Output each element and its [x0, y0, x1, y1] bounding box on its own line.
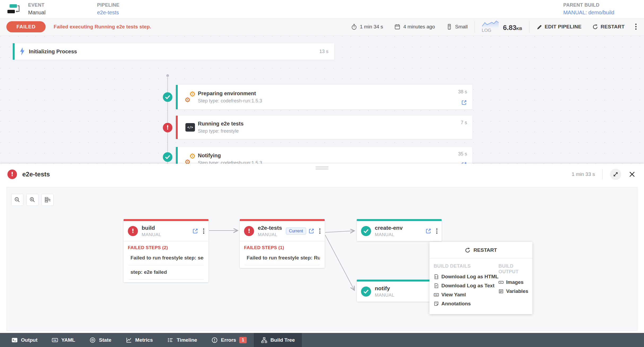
- tab-errors[interactable]: Errors 1: [204, 333, 254, 347]
- build-tree-icon: [261, 337, 267, 343]
- edit-pipeline-button[interactable]: EDIT PIPELINE: [536, 24, 582, 30]
- pipeline-info: PIPELINE e2e-tests: [97, 2, 563, 16]
- panel-status-failed-icon: !: [7, 170, 17, 179]
- failure-message: Failed executing Running e2e tests step.: [54, 24, 151, 30]
- text-file-icon: [434, 283, 439, 288]
- step-type: Step type: freestyle: [198, 128, 461, 134]
- failed-step-item[interactable]: Failed to run freestyle step: Ru…: [245, 251, 320, 265]
- started-value: 4 minutes ago: [403, 24, 435, 30]
- log-size: 6.83KB: [503, 24, 522, 31]
- node-trigger: MANUAL: [375, 293, 432, 298]
- failed-step-item[interactable]: step: e2e failed: [128, 265, 204, 280]
- step-card-running-e2e-tests[interactable]: </> Running e2e tests Step type: freesty…: [176, 116, 472, 139]
- step-card-preparing-environment[interactable]: ⚙⚙ Preparing environment Step type: code…: [176, 85, 472, 109]
- stopwatch-icon: [351, 24, 357, 30]
- tree-node-notify[interactable]: notify MANUAL: [357, 280, 442, 302]
- log-sparkline-chart: [482, 20, 499, 28]
- tree-node-build[interactable]: ! build MANUAL FAILED STEPS (2) Failed t…: [124, 219, 208, 282]
- failed-step-item[interactable]: Failed to run freestyle step: sec…: [128, 251, 204, 265]
- runtime-size-value: Small: [455, 24, 468, 30]
- step-failed-icon: !: [163, 123, 172, 132]
- tree-node-e2e-tests[interactable]: ! e2e-tests MANUAL Current FAILED STEPS …: [240, 219, 325, 268]
- yaml-icon: YML: [52, 337, 58, 343]
- expand-icon: [613, 171, 619, 177]
- node-title: create-env: [375, 225, 425, 231]
- tab-output[interactable]: Output: [4, 333, 45, 347]
- node-success-icon: [361, 287, 371, 297]
- event-info: EVENT Manual: [28, 2, 97, 16]
- lightning-icon: [19, 47, 25, 56]
- more-actions-menu-icon[interactable]: [634, 23, 638, 31]
- tab-metrics[interactable]: Metrics: [119, 333, 160, 347]
- duration-meta: 1 min 34 s: [351, 24, 383, 30]
- svg-text:YML: YML: [53, 339, 57, 341]
- images-icon: [498, 280, 504, 285]
- step-title: Notifying: [198, 153, 458, 159]
- divider: [475, 21, 475, 33]
- menu-restart-button[interactable]: RESTART: [429, 242, 532, 259]
- menu-view-yaml[interactable]: YML View Yaml: [434, 290, 498, 299]
- event-label: EVENT: [28, 2, 97, 8]
- parent-build-link[interactable]: MANUAL: demo/build: [563, 10, 614, 16]
- tree-node-create-env[interactable]: create-env MANUAL: [357, 219, 442, 241]
- status-badge: FAILED: [6, 21, 46, 32]
- step-details-panel: ! e2e-tests 1 min 33 s: [0, 164, 644, 347]
- node-menu-icon[interactable]: [435, 227, 439, 235]
- close-panel-button[interactable]: [628, 170, 637, 179]
- pipeline-logo-icon: [7, 3, 21, 15]
- node-trigger: MANUAL: [258, 232, 286, 237]
- step-duration: 7 s: [461, 120, 467, 125]
- edit-pipeline-label: EDIT PIPELINE: [545, 24, 582, 30]
- timeline-line: [167, 76, 168, 164]
- menu-download-log-html[interactable]: Download Log as HTML: [434, 272, 498, 281]
- tab-state[interactable]: State: [82, 333, 118, 347]
- log-usage[interactable]: LOG 6.83KB: [482, 20, 522, 33]
- open-build-external-icon[interactable]: [425, 228, 432, 234]
- expand-panel-button[interactable]: [610, 169, 621, 180]
- step-success-icon: [163, 92, 172, 102]
- event-value: Manual: [28, 10, 97, 16]
- node-trigger: MANUAL: [142, 232, 192, 237]
- node-trigger: MANUAL: [375, 232, 425, 237]
- menu-images[interactable]: Images: [498, 278, 529, 287]
- pencil-icon: [536, 24, 542, 30]
- open-log-external-icon[interactable]: [461, 99, 467, 106]
- step-title: Preparing environment: [198, 90, 458, 97]
- build-tree-canvas: ! build MANUAL FAILED STEPS (2) Failed t…: [7, 187, 637, 331]
- step-success-icon: [163, 152, 172, 162]
- menu-download-log-text[interactable]: Download Log as Text: [434, 281, 498, 290]
- node-failed-icon: !: [244, 226, 254, 236]
- node-context-menu: RESTART BUILD DETAILS Download Log as HT…: [429, 242, 532, 314]
- status-bar-right: 1 min 34 s 4 minutes ago Small: [340, 20, 638, 33]
- open-build-external-icon[interactable]: [192, 228, 198, 234]
- init-step-card[interactable]: Initializing Process 13 s: [13, 43, 334, 60]
- panel-resize-handle[interactable]: [316, 166, 328, 170]
- step-title: Running e2e tests: [198, 121, 461, 127]
- restart-label: RESTART: [601, 24, 625, 30]
- html-file-icon: [434, 274, 439, 279]
- open-build-external-icon[interactable]: [308, 228, 315, 234]
- divider: [529, 21, 529, 33]
- node-success-icon: [361, 226, 371, 236]
- pipeline-label: PIPELINE: [97, 2, 563, 8]
- node-menu-icon[interactable]: [202, 227, 206, 235]
- state-icon: [89, 337, 96, 343]
- menu-variables[interactable]: Variables: [498, 287, 529, 296]
- build-details-header: BUILD DETAILS: [434, 263, 498, 269]
- menu-annotations[interactable]: Annotations: [434, 299, 498, 308]
- svg-text:YML: YML: [435, 294, 438, 296]
- node-menu-icon[interactable]: [318, 227, 322, 235]
- panel-duration: 1 min 33 s: [572, 171, 595, 177]
- pipeline-link[interactable]: e2e-tests: [97, 10, 563, 16]
- failed-steps-header: FAILED STEPS (2): [124, 241, 208, 251]
- status-bar: FAILED Failed executing Running e2e test…: [0, 18, 644, 36]
- node-title: e2e-tests: [258, 225, 286, 231]
- panel-title: e2e-tests: [22, 171, 50, 178]
- tab-yaml[interactable]: YML YAML: [45, 333, 82, 347]
- started-meta: 4 minutes ago: [394, 24, 435, 30]
- tab-timeline[interactable]: Timeline: [160, 333, 204, 347]
- restart-button[interactable]: RESTART: [592, 24, 625, 30]
- tab-build-tree[interactable]: Build Tree: [254, 333, 302, 347]
- annotations-icon: [434, 301, 439, 306]
- errors-count-badge: 1: [239, 337, 246, 343]
